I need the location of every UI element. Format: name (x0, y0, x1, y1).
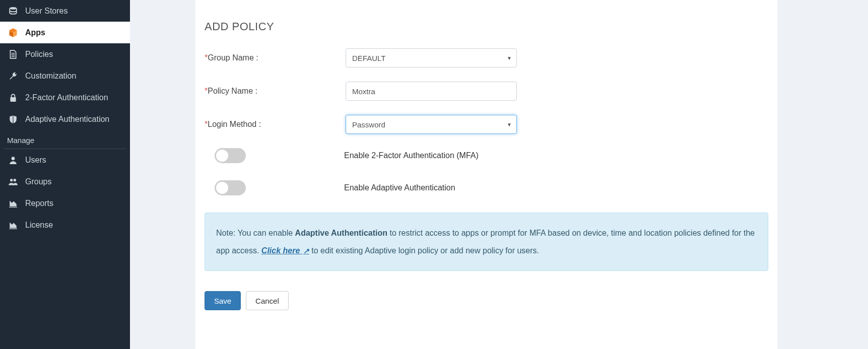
sidebar-item-users[interactable]: Users (0, 149, 130, 171)
group-name-label-text: Group Name : (208, 53, 258, 62)
sidebar-item-label: Reports (25, 199, 53, 208)
enable-adaptive-label: Enable Adaptive Authentication (344, 183, 455, 192)
document-icon (7, 50, 19, 59)
svg-point-0 (10, 7, 17, 9)
sidebar-item-label: 2-Factor Authentication (25, 93, 108, 102)
cancel-button[interactable]: Cancel (246, 291, 289, 310)
policy-name-label-text: Policy Name : (208, 87, 257, 95)
sidebar-item-label: Apps (25, 28, 45, 37)
login-method-label: *Login Method : (205, 120, 346, 129)
note-link-text: Click here (261, 246, 300, 255)
sidebar-item-label: License (25, 221, 53, 230)
sidebar-item-license[interactable]: License (0, 214, 130, 236)
svg-point-4 (14, 179, 16, 181)
shield-icon (7, 115, 19, 124)
sidebar-item-label: Users (25, 156, 46, 165)
sidebar-item-label: Customization (25, 72, 76, 81)
row-enable-mfa: Enable 2-Factor Authentication (MFA) (205, 148, 768, 163)
button-row: Save Cancel (205, 291, 768, 310)
wrench-icon (7, 72, 19, 81)
main-area: ADD POLICY *Group Name : DEFAULT ▼ *Poli… (130, 0, 868, 349)
svg-point-2 (12, 157, 15, 160)
enable-mfa-label: Enable 2-Factor Authentication (MFA) (344, 151, 479, 160)
chart-icon (7, 199, 19, 207)
chart-icon (7, 221, 19, 229)
login-method-select-wrap: Password ▼ (346, 115, 517, 134)
login-method-select[interactable]: Password (346, 115, 517, 134)
row-login-method: *Login Method : Password ▼ (205, 115, 768, 134)
note-bold: Adaptive Authentication (295, 229, 387, 237)
content-panel: ADD POLICY *Group Name : DEFAULT ▼ *Poli… (195, 0, 777, 349)
sidebar-item-label: Groups (25, 177, 51, 186)
login-method-label-text: Login Method : (208, 120, 261, 128)
sidebar-item-reports[interactable]: Reports (0, 192, 130, 214)
sidebar-item-label: User Stores (25, 7, 68, 16)
cube-icon (7, 28, 19, 38)
policy-name-input[interactable] (346, 82, 517, 101)
note-suffix: to edit existing Adaptive login policy o… (309, 246, 539, 255)
enable-adaptive-toggle[interactable] (215, 180, 246, 195)
sidebar-item-label: Adaptive Authentication (25, 115, 109, 124)
group-name-select-wrap: DEFAULT ▼ (346, 48, 517, 67)
sidebar-section-manage: Manage (0, 130, 130, 149)
group-icon (7, 177, 19, 186)
note-box: Note: You can enable Adaptive Authentica… (205, 213, 768, 271)
sidebar-item-groups[interactable]: Groups (0, 171, 130, 192)
database-icon (7, 7, 19, 16)
svg-rect-1 (10, 97, 16, 101)
note-prefix: Note: You can enable (216, 229, 295, 237)
external-link-icon: ↗ (303, 247, 309, 255)
row-group-name: *Group Name : DEFAULT ▼ (205, 48, 768, 67)
sidebar-item-customization[interactable]: Customization (0, 65, 130, 87)
page-title: ADD POLICY (205, 20, 768, 33)
enable-mfa-toggle[interactable] (215, 148, 246, 163)
policy-name-label: *Policy Name : (205, 87, 346, 96)
group-name-select[interactable]: DEFAULT (346, 48, 517, 67)
group-name-label: *Group Name : (205, 53, 346, 62)
svg-point-3 (10, 179, 13, 181)
sidebar-item-adaptive-auth[interactable]: Adaptive Authentication (0, 108, 130, 130)
sidebar-item-policies[interactable]: Policies (0, 43, 130, 65)
row-enable-adaptive: Enable Adaptive Authentication (205, 180, 768, 195)
sidebar-item-apps[interactable]: Apps (0, 22, 130, 43)
sidebar-item-2fa[interactable]: 2-Factor Authentication (0, 87, 130, 108)
note-link[interactable]: Click here ↗ (261, 246, 309, 255)
sidebar-item-label: Policies (25, 50, 53, 59)
user-icon (7, 156, 19, 165)
save-button[interactable]: Save (205, 291, 241, 310)
sidebar: User Stores Apps Policies Customization … (0, 0, 130, 349)
sidebar-item-user-stores[interactable]: User Stores (0, 0, 130, 22)
row-policy-name: *Policy Name : (205, 82, 768, 101)
lock-icon (7, 93, 19, 102)
